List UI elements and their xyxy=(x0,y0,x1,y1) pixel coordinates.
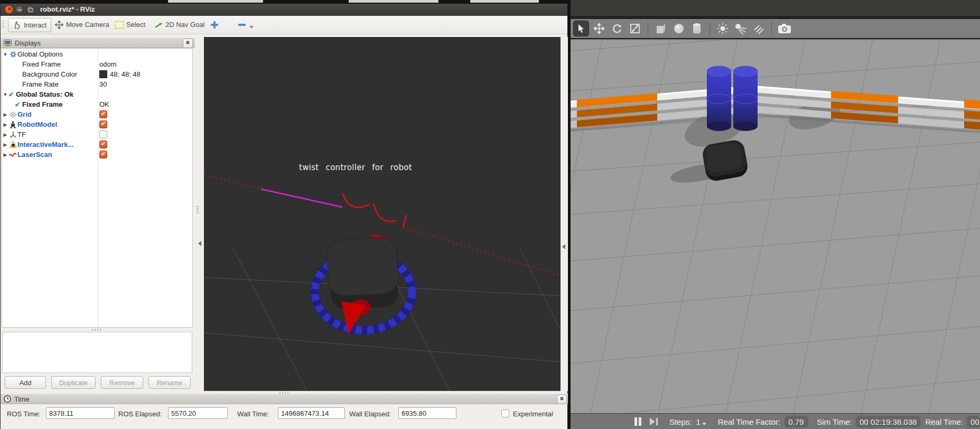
interact-tool-button[interactable]: Interact xyxy=(8,18,51,32)
toolbar-grip[interactable] xyxy=(2,21,4,29)
screenshot-button[interactable] xyxy=(777,21,792,36)
frame-rate-value[interactable]: 30 xyxy=(99,80,107,88)
clock-icon xyxy=(4,395,11,403)
display-row-laserscan[interactable]: LaserScan xyxy=(2,150,192,160)
select-tool[interactable]: Select xyxy=(115,18,145,31)
box-icon xyxy=(655,23,667,34)
robot-icon xyxy=(8,120,17,128)
gazebo-status-bar: Steps: 1 Real Time Factor: 0.79 Sim Time… xyxy=(571,413,980,429)
insert-sphere-button[interactable] xyxy=(671,21,687,36)
time-panel-header[interactable]: Time xyxy=(1,394,568,404)
duplicate-button[interactable]: Duplicate xyxy=(51,376,96,389)
insert-cylinder-button[interactable] xyxy=(689,21,705,36)
nav-goal-arrow-icon xyxy=(154,21,163,29)
displays-panel-header[interactable]: Displays xyxy=(1,38,195,48)
sim-time-value: 00 02:19:38.038 xyxy=(856,416,920,427)
collapse-right-icon[interactable] xyxy=(562,244,565,249)
add-button[interactable]: Add xyxy=(5,376,46,389)
left-splitter[interactable] xyxy=(195,37,203,391)
fixed-frame-value[interactable]: odom xyxy=(99,60,117,68)
window-title: robot.rviz* - RViz xyxy=(40,5,95,13)
spot-light-button[interactable] xyxy=(733,21,749,36)
wall-time-label: Wall Time: xyxy=(237,408,269,421)
cursor-arrow-icon xyxy=(576,24,586,33)
right-splitter[interactable] xyxy=(561,37,568,391)
display-row-status-fixed-frame[interactable]: Fixed Frame OK xyxy=(2,99,192,109)
tf-checkbox[interactable] xyxy=(99,130,107,138)
move-camera-icon xyxy=(55,21,63,29)
point-light-button[interactable] xyxy=(715,21,731,36)
ros-elapsed-label: ROS Elapsed: xyxy=(118,408,162,421)
splitter-grip[interactable] xyxy=(197,206,199,213)
wall-time-input[interactable] xyxy=(278,407,345,419)
directional-light-button[interactable] xyxy=(751,21,767,36)
toolbar-separator xyxy=(648,22,648,35)
laserscan-icon xyxy=(8,151,17,158)
status-ok-check-icon xyxy=(15,101,22,108)
display-row-grid[interactable]: Grid xyxy=(2,109,192,119)
add-tool-button[interactable] xyxy=(211,18,218,31)
display-row-interactivemarkers[interactable]: InteractiveMark... xyxy=(2,139,192,150)
rviz-3d-viewport[interactable]: twist controller for robot xyxy=(204,37,561,391)
expander-icon[interactable] xyxy=(2,142,8,147)
expander-icon[interactable] xyxy=(2,122,8,127)
rviz-titlebar[interactable]: robot.rviz* - RViz xyxy=(1,4,567,16)
select-mode-button[interactable] xyxy=(573,21,589,36)
close-button[interactable] xyxy=(5,5,13,14)
chevron-down-icon xyxy=(249,26,254,29)
display-row-background-color[interactable]: Background Color 48; 48; 48 xyxy=(2,69,192,79)
grid-icon xyxy=(8,110,17,118)
display-row-robotmodel[interactable]: RobotModel xyxy=(2,119,192,129)
selection-box-icon xyxy=(115,21,124,29)
remove-tool-button[interactable] xyxy=(238,18,254,31)
nav-goal-tool[interactable]: 2D Nav Goal xyxy=(154,18,204,31)
expander-icon[interactable] xyxy=(2,132,8,137)
laserscan-checkbox[interactable] xyxy=(99,151,107,158)
step-icon-bar xyxy=(656,418,658,425)
experimental-checkbox[interactable] xyxy=(501,409,509,417)
background-color-value[interactable]: 48; 48; 48 xyxy=(110,70,141,78)
rviz-scene xyxy=(204,37,561,391)
insert-box-button[interactable] xyxy=(653,21,669,36)
directional-light-icon xyxy=(753,23,764,34)
interactivemarkers-checkbox[interactable] xyxy=(99,141,107,148)
steps-spinner-icon[interactable] xyxy=(702,423,706,425)
ros-time-input[interactable] xyxy=(46,407,115,419)
time-close-icon[interactable] xyxy=(557,395,567,404)
grid-checkbox[interactable] xyxy=(99,110,107,118)
scale-mode-button[interactable] xyxy=(627,21,643,36)
camera-icon xyxy=(778,23,791,34)
panel-splitter-grip[interactable] xyxy=(92,329,101,331)
display-row-tf[interactable]: TF xyxy=(2,129,192,139)
step-button[interactable] xyxy=(650,418,658,425)
ros-elapsed-input[interactable] xyxy=(168,407,228,419)
displays-close-icon[interactable] xyxy=(183,39,193,48)
step-icon xyxy=(650,418,655,425)
expander-icon[interactable] xyxy=(2,92,8,97)
pause-icon[interactable] xyxy=(634,417,638,426)
display-row-global-status[interactable]: Global Status: Ok xyxy=(2,89,192,99)
gazebo-window: Steps: 1 Real Time Factor: 0.79 Sim Time… xyxy=(571,0,980,429)
expander-icon[interactable] xyxy=(2,152,8,157)
remove-button[interactable]: Remove xyxy=(101,376,143,389)
robotmodel-checkbox[interactable] xyxy=(99,120,107,128)
translate-mode-button[interactable] xyxy=(591,21,607,36)
minimize-button[interactable] xyxy=(15,5,24,14)
expander-icon[interactable] xyxy=(2,52,8,57)
gazebo-3d-viewport[interactable] xyxy=(571,40,980,413)
wall-elapsed-input[interactable] xyxy=(398,407,456,419)
sun-icon xyxy=(717,23,729,34)
expander-icon[interactable] xyxy=(2,112,8,117)
time-panel-title: Time xyxy=(14,395,29,403)
display-row-frame-rate[interactable]: Frame Rate 30 xyxy=(2,79,192,89)
display-row-global-options[interactable]: Global Options xyxy=(2,49,192,59)
maximize-button[interactable] xyxy=(26,5,34,14)
rename-button[interactable]: Rename xyxy=(148,376,191,389)
steps-value[interactable]: 1 xyxy=(696,417,700,426)
plus-icon xyxy=(211,21,218,29)
display-row-fixed-frame[interactable]: Fixed Frame odom xyxy=(2,59,192,69)
move-camera-tool[interactable]: Move Camera xyxy=(55,18,109,31)
collapse-left-icon[interactable] xyxy=(198,241,201,246)
rotate-mode-button[interactable] xyxy=(609,21,625,36)
display-description-box xyxy=(2,332,192,373)
